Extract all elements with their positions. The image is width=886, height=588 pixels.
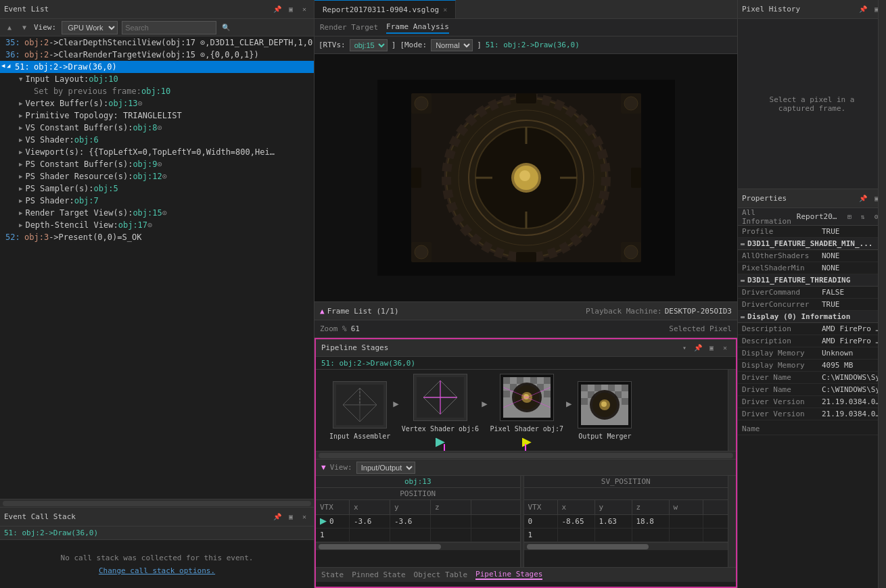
pipeline-event-text: 51: obj:2->Draw(36,0) bbox=[321, 359, 415, 368]
pipeline-float-icon[interactable]: ▣ bbox=[706, 343, 717, 353]
tab-state[interactable]: State bbox=[321, 570, 344, 579]
expand-arrow[interactable]: ▶ bbox=[19, 112, 22, 119]
pipeline-scroll-track[interactable] bbox=[319, 453, 733, 458]
right-table-header: VTX x y z w bbox=[524, 500, 728, 515]
expand-arrow[interactable]: ▶ bbox=[19, 185, 22, 192]
event-item-51[interactable]: ◀ ◢ 51: obj:2->Draw(36,0) bbox=[0, 61, 314, 73]
event-obj: ⊙ bbox=[162, 208, 167, 218]
left-table-row-1[interactable]: 1 bbox=[316, 529, 520, 542]
left-table-header: VTX x y z bbox=[316, 500, 520, 515]
event-item-35[interactable]: 35: obj:2->ClearDepthStencilView(obj:17 … bbox=[0, 36, 314, 49]
vs-play-btn[interactable] bbox=[436, 438, 445, 447]
search-input[interactable] bbox=[122, 21, 216, 34]
event-item-ps-cb[interactable]: ▶ PS Constant Buffer(s): obj:9 ⊙ bbox=[0, 158, 314, 170]
stage-thumb-vs[interactable] bbox=[413, 374, 467, 421]
event-item-ps-sampler[interactable]: ▶ PS Sampler(s): obj:5 bbox=[0, 182, 314, 195]
io-view-select[interactable]: Input/Output bbox=[356, 462, 415, 474]
section-expand-icon2[interactable]: ▬ bbox=[741, 276, 745, 284]
expand-arrow[interactable]: ▶ bbox=[19, 137, 22, 143]
stage-thumb-om[interactable] bbox=[578, 381, 632, 428]
left-table-hscroll[interactable] bbox=[316, 542, 520, 550]
center-tab-active[interactable]: Report20170311-0904.vsglog × bbox=[314, 0, 456, 18]
tab-pipeline-stages[interactable]: Pipeline Stages bbox=[475, 570, 542, 580]
event-item-input-layout[interactable]: ▼ Input Layout: obj:10 bbox=[0, 73, 314, 85]
expand-arrow[interactable]: ▶ bbox=[19, 161, 22, 168]
expand-arrow[interactable]: ▶ bbox=[19, 100, 22, 107]
expand-arrow[interactable]: ▼ bbox=[19, 76, 22, 82]
float-icon[interactable]: ▣ bbox=[285, 4, 296, 15]
pipeline-vscrollbar[interactable] bbox=[728, 370, 736, 451]
event-list-hscrollbar[interactable] bbox=[0, 499, 314, 507]
prop-key-psm: PixelShaderMin bbox=[738, 264, 819, 272]
pipeline-menu-icon[interactable]: ▾ bbox=[679, 343, 690, 353]
right-table-row-0[interactable]: 0 -8.65 1.63 18.8 bbox=[524, 515, 728, 529]
search-icon[interactable]: 🔍 bbox=[220, 22, 231, 33]
float-icon2[interactable]: ▣ bbox=[285, 512, 296, 522]
section-expand-icon[interactable]: ▬ bbox=[741, 240, 745, 247]
right-table-row-1[interactable]: 1 bbox=[524, 529, 728, 542]
expand-arrow[interactable]: ▶ bbox=[19, 124, 22, 131]
event-item-topology[interactable]: ▶ Primitive Topology: TRIANGLELIST bbox=[0, 109, 314, 122]
tab-frame-analysis[interactable]: Frame Analysis bbox=[386, 21, 449, 34]
expand-arrow[interactable]: ▶ bbox=[19, 173, 22, 180]
prop-grid-icon[interactable]: ⊞ bbox=[844, 212, 855, 222]
tab-close-btn[interactable]: × bbox=[443, 6, 447, 14]
props-vscrollbar[interactable] bbox=[878, 189, 886, 588]
event-item-ps[interactable]: ▶ PS Shader: obj:7 bbox=[0, 195, 314, 207]
pin-icon3[interactable]: 📌 bbox=[858, 4, 868, 15]
tab-pinned-state[interactable]: Pinned State bbox=[352, 570, 405, 579]
left-table-row-0[interactable]: 0 -3.6 -3.6 bbox=[316, 515, 520, 529]
cell-x-1 bbox=[350, 529, 390, 541]
event-item-prev-frame[interactable]: Set by previous frame: obj:10 bbox=[0, 85, 314, 97]
pipeline-hscrollbar[interactable] bbox=[316, 451, 736, 459]
pipeline-controls: ▾ 📌 ▣ ✕ bbox=[679, 343, 730, 353]
right-table-hscroll[interactable] bbox=[524, 542, 728, 550]
close-icon[interactable]: ✕ bbox=[299, 4, 310, 15]
io-vscrollbar[interactable] bbox=[728, 476, 736, 567]
io-view-label: View: bbox=[330, 463, 352, 472]
pin-icon4[interactable]: 📌 bbox=[858, 193, 868, 204]
mode-select[interactable]: Normal bbox=[431, 39, 473, 51]
row-play-btn[interactable] bbox=[320, 518, 327, 525]
expand-arrow[interactable]: ▶ bbox=[19, 149, 22, 155]
event-item-36[interactable]: 36: obj:2->ClearRenderTargetView(obj:15 … bbox=[0, 49, 314, 61]
frame-expand-icon[interactable]: ▲ bbox=[320, 307, 325, 316]
view-dropdown[interactable]: GPU Work bbox=[62, 21, 118, 34]
rtv-select[interactable]: obj:15 bbox=[350, 39, 388, 51]
tab-object-table[interactable]: Object Table bbox=[414, 570, 467, 579]
io-right-table: SV_POSITION VTX x y z w bbox=[524, 476, 728, 567]
stage-thumb-ps[interactable] bbox=[500, 374, 554, 421]
left-scroll-thumb[interactable] bbox=[319, 544, 441, 549]
stage-thumb-ia[interactable] bbox=[333, 381, 387, 428]
expand-arrow[interactable]: ▶ bbox=[19, 197, 22, 204]
io-content: obj:13 POSITION VTX x y z bbox=[316, 476, 736, 567]
expand-arrow[interactable]: ▶ bbox=[19, 210, 22, 216]
expand-arrow[interactable]: ▶ bbox=[19, 222, 22, 228]
ps-play-btn[interactable] bbox=[522, 438, 532, 447]
pipeline-pin-icon[interactable]: 📌 bbox=[693, 343, 703, 353]
tab-render-target[interactable]: Render Target bbox=[320, 22, 378, 33]
io-expand-icon[interactable]: ▼ bbox=[321, 463, 326, 472]
event-item-52[interactable]: 52: obj:3->Present(0,0)=S_OK bbox=[0, 231, 314, 243]
event-item-ps-sr[interactable]: ▶ PS Shader Resource(s): obj:12 ⊙ bbox=[0, 170, 314, 182]
down-arrow-icon[interactable]: ▼ bbox=[19, 22, 30, 33]
event-item-vb[interactable]: ▶ Vertex Buffer(s): obj:13 ⊙ bbox=[0, 97, 314, 109]
right-scroll-thumb[interactable] bbox=[527, 544, 649, 549]
up-arrow-icon[interactable]: ▲ bbox=[4, 22, 15, 33]
section-expand-icon3[interactable]: ▬ bbox=[741, 313, 745, 320]
event-item-rtv[interactable]: ▶ Render Target View(s): obj:15 ⊙ bbox=[0, 207, 314, 219]
close-icon2[interactable]: ✕ bbox=[299, 512, 310, 522]
scroll-track[interactable] bbox=[3, 501, 311, 506]
event-item-viewport[interactable]: ▶ Viewport(s): {{TopLeftX=0,TopLeftY=0,W… bbox=[0, 146, 314, 158]
change-options-link[interactable]: Change call stack options. bbox=[99, 566, 215, 575]
event-item-vs[interactable]: ▶ VS Shader: obj:6 bbox=[0, 134, 314, 146]
prop-sort-icon[interactable]: ⇅ bbox=[858, 212, 868, 222]
event-item-vs-cb[interactable]: ▶ VS Constant Buffer(s): obj:8 ⊙ bbox=[0, 122, 314, 134]
svg-rect-47 bbox=[530, 377, 537, 384]
pipeline-close-icon[interactable]: ✕ bbox=[720, 343, 730, 353]
col-x: x bbox=[350, 500, 390, 514]
pin-icon[interactable]: 📌 bbox=[272, 4, 283, 15]
event-text: Depth-Stencil View: bbox=[25, 220, 118, 230]
event-item-dsv[interactable]: ▶ Depth-Stencil View: obj:17 ⊙ bbox=[0, 219, 314, 231]
pin-icon2[interactable]: 📌 bbox=[272, 512, 283, 522]
